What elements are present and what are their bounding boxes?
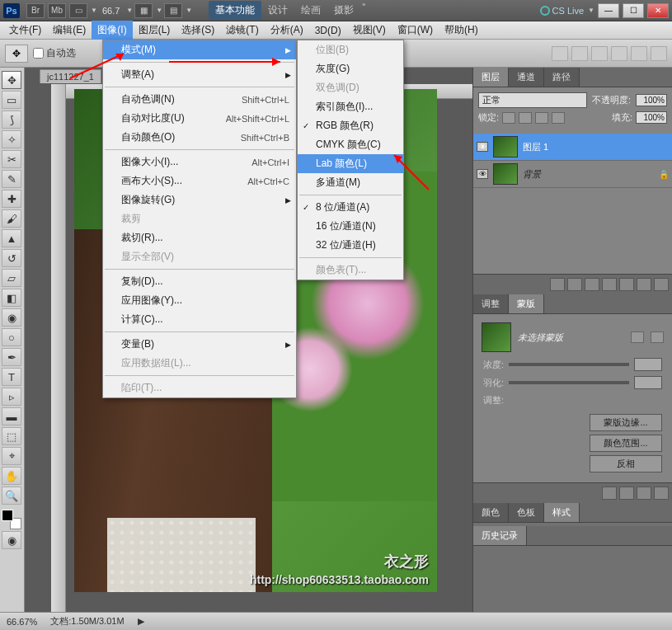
close-button[interactable]: ✕ [647,3,669,18]
lock-pos-icon[interactable] [535,112,548,124]
view-extras-icon[interactable]: ▦ [134,3,153,18]
cslive-button[interactable]: CS Live▼ [540,6,594,16]
workspace-design[interactable]: 设计 [261,1,294,20]
status-zoom[interactable]: 66.67% [7,617,37,627]
menuitem-indexed[interactable]: 索引颜色(I)... [298,97,403,116]
feather-slider[interactable] [509,381,629,384]
hand-tool[interactable]: ✋ [2,467,21,485]
menuitem-variables[interactable]: 变量(B)▶ [103,335,296,354]
workspace-photo[interactable]: 摄影 [327,1,360,20]
bridge-icon[interactable]: Br [26,3,45,18]
menuitem-multichannel[interactable]: 多通道(M) [298,173,403,192]
pixel-mask-icon[interactable] [631,331,644,343]
mask-footer-icon[interactable] [637,487,651,500]
adjust-layer-icon[interactable] [602,278,617,291]
tab-color[interactable]: 颜色 [473,503,509,522]
chevron-right-icon[interactable]: » [362,1,365,20]
invert-button[interactable]: 反相 [590,455,662,472]
menuitem-rotate[interactable]: 图像旋转(G)▶ [103,190,296,209]
menu-view[interactable]: 视图(V) [347,21,392,40]
density-value[interactable] [634,358,662,371]
path-tool[interactable]: ▹ [2,388,21,406]
eyedropper-tool[interactable]: ✎ [2,170,21,188]
layer-name[interactable]: 背景 [523,168,541,181]
layer-row[interactable]: 👁 背景 🔒 [473,161,672,188]
history-brush-tool[interactable]: ↺ [2,249,21,267]
chevron-down-icon[interactable]: ▼ [156,7,162,14]
chevron-down-icon[interactable]: ▼ [186,7,192,14]
menuitem-auto-tone[interactable]: 自动色调(N)Shift+Ctrl+L [103,90,296,109]
menu-edit[interactable]: 编辑(E) [47,21,92,40]
minibridge-icon[interactable]: Mb [48,3,66,18]
eraser-tool[interactable]: ▱ [2,269,21,287]
vector-mask-icon[interactable] [651,331,664,343]
mask-footer-icon[interactable] [619,487,634,500]
visibility-icon[interactable]: 👁 [477,142,488,152]
stamp-tool[interactable]: ▲ [2,229,21,247]
tab-swatches[interactable]: 色板 [509,503,544,522]
menuitem-image-size[interactable]: 图像大小(I)...Alt+Ctrl+I [103,153,296,172]
lock-trans-icon[interactable] [502,112,515,124]
zoom-tool[interactable]: 🔍 [2,487,21,505]
menuitem-cmyk[interactable]: CMYK 颜色(C) [298,135,403,154]
tab-channels[interactable]: 通道 [509,68,544,87]
lock-pixels-icon[interactable] [519,112,532,124]
align-icon[interactable] [651,46,667,61]
heal-tool[interactable]: ✚ [2,190,21,208]
trash-icon[interactable] [654,278,669,291]
trash-icon[interactable] [654,487,669,500]
color-range-button[interactable]: 颜色范围... [590,435,662,452]
chevron-down-icon[interactable]: ▼ [126,7,133,14]
tab-paths[interactable]: 路径 [544,68,580,87]
marquee-tool[interactable]: ▭ [2,91,21,109]
document-tab[interactable]: jc111227_1 [40,69,101,83]
tab-masks[interactable]: 蒙版 [509,294,544,313]
mask-edge-button[interactable]: 蒙版边缘... [590,414,662,431]
link-layers-icon[interactable] [550,278,565,291]
menuitem-duplicate[interactable]: 复制(D)... [103,272,296,291]
current-tool-icon[interactable]: ✥ [5,45,28,63]
menuitem-grayscale[interactable]: 灰度(G) [298,59,403,78]
menu-analysis[interactable]: 分析(A) [265,21,309,40]
workspace-essentials[interactable]: 基本功能 [209,1,261,20]
arrange-docs-icon[interactable]: ▤ [164,3,182,18]
3d-camera-tool[interactable]: ⌖ [2,447,21,465]
menuitem-32bit[interactable]: 32 位/通道(H) [298,236,403,255]
align-icon[interactable] [571,46,588,61]
layer-row[interactable]: 👁 图层 1 [473,134,672,161]
lasso-tool[interactable]: ⟆ [2,110,21,129]
new-layer-icon[interactable] [637,278,651,291]
menu-help[interactable]: 帮助(H) [439,21,484,40]
tab-layers[interactable]: 图层 [473,68,509,87]
color-swatches[interactable] [2,510,21,529]
menu-select[interactable]: 选择(S) [176,21,220,40]
menu-window[interactable]: 窗口(W) [392,21,439,40]
tab-styles[interactable]: 样式 [544,503,580,522]
shape-tool[interactable]: ▬ [2,407,21,425]
crop-tool[interactable]: ✂ [2,150,21,168]
fill-input[interactable]: 100% [636,111,667,124]
type-tool[interactable]: T [2,368,21,386]
mask-footer-icon[interactable] [602,487,617,500]
menu-3d[interactable]: 3D(D) [309,22,347,39]
menuitem-lab[interactable]: Lab 颜色(L) [298,154,403,173]
menuitem-auto-color[interactable]: 自动颜色(O)Shift+Ctrl+B [103,128,296,147]
workspace-painting[interactable]: 绘画 [294,1,327,20]
blur-tool[interactable]: ◉ [2,308,21,327]
align-icon[interactable] [552,46,568,61]
zoom-value[interactable]: 66.7 [102,6,120,16]
fg-color-swatch[interactable] [2,510,13,521]
maximize-button[interactable]: ☐ [623,3,644,18]
layer-thumbnail[interactable] [493,163,518,185]
menuitem-16bit[interactable]: 16 位/通道(N) [298,217,403,236]
menuitem-canvas-size[interactable]: 画布大小(S)...Alt+Ctrl+C [103,172,296,190]
screen-mode-icon[interactable]: ▭ [69,3,87,18]
menuitem-apply-image[interactable]: 应用图像(Y)... [103,291,296,310]
layer-thumbnail[interactable] [493,136,518,158]
status-doc-size[interactable]: 文档:1.50M/3.01M [50,615,124,628]
move-tool[interactable]: ✥ [2,71,21,89]
brush-tool[interactable]: 🖌 [2,209,21,228]
quickmask-tool[interactable]: ◉ [2,531,21,549]
menu-file[interactable]: 文件(F) [3,21,47,40]
layer-name[interactable]: 图层 1 [523,141,548,153]
